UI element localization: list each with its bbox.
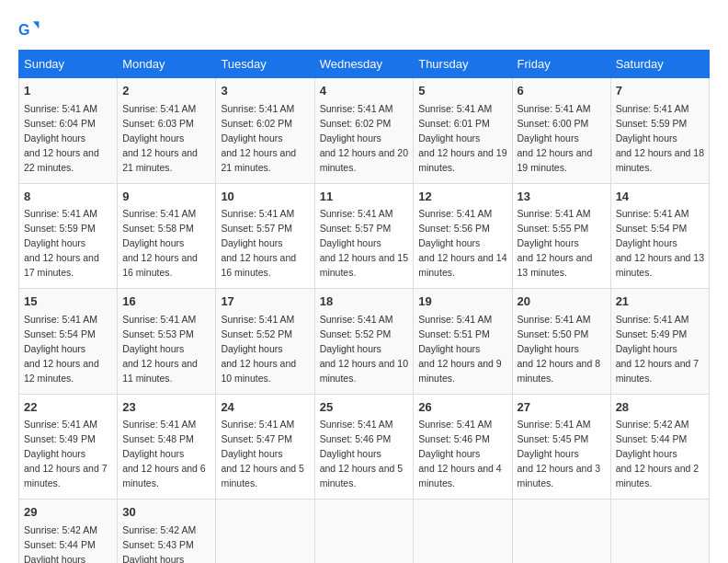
sunset-info: Sunset: 5:59 PM xyxy=(616,118,688,129)
daylight-label: Daylight hours xyxy=(418,448,480,459)
sunrise-info: Sunrise: 5:41 AM xyxy=(320,314,393,325)
daylight-value: and 12 hours and 13 minutes. xyxy=(616,252,704,278)
day-number: 11 xyxy=(320,189,409,206)
daylight-label: Daylight hours xyxy=(320,132,381,144)
daylight-label: Daylight hours xyxy=(24,237,85,248)
daylight-label: Daylight hours xyxy=(122,237,184,248)
sunset-info: Sunset: 5:57 PM xyxy=(320,223,392,234)
sunrise-info: Sunrise: 5:41 AM xyxy=(418,314,492,325)
daylight-value: and 12 hours and 16 minutes. xyxy=(122,252,198,278)
daylight-label: Daylight hours xyxy=(122,554,184,563)
calendar-week-3: 15 Sunrise: 5:41 AM Sunset: 5:54 PM Dayl… xyxy=(19,289,710,395)
day-number: 21 xyxy=(616,293,704,311)
day-number: 4 xyxy=(320,83,409,100)
daylight-label: Daylight hours xyxy=(320,448,381,459)
sunrise-info: Sunrise: 5:41 AM xyxy=(320,208,393,219)
day-number: 8 xyxy=(24,189,112,206)
sunset-info: Sunset: 5:52 PM xyxy=(221,328,292,339)
daylight-label: Daylight hours xyxy=(24,132,85,144)
daylight-label: Daylight hours xyxy=(320,343,381,354)
sunset-info: Sunset: 5:49 PM xyxy=(24,433,96,444)
sunset-info: Sunset: 5:46 PM xyxy=(418,433,490,444)
calendar-cell: 7 Sunrise: 5:41 AM Sunset: 5:59 PM Dayli… xyxy=(610,78,709,184)
calendar-cell xyxy=(414,500,512,563)
sunset-info: Sunset: 5:55 PM xyxy=(518,223,589,234)
daylight-label: Daylight hours xyxy=(221,448,282,459)
sunrise-info: Sunrise: 5:41 AM xyxy=(616,208,689,219)
sunset-info: Sunset: 5:58 PM xyxy=(122,223,194,234)
daylight-value: and 12 hours and 7 minutes. xyxy=(616,358,700,384)
daylight-label: Daylight hours xyxy=(24,343,85,354)
sunset-info: Sunset: 5:43 PM xyxy=(122,539,194,550)
day-number: 25 xyxy=(320,399,409,417)
day-number: 3 xyxy=(221,83,309,100)
daylight-value: and 12 hours and 11 minutes. xyxy=(122,358,198,384)
calendar-table: SundayMondayTuesdayWednesdayThursdayFrid… xyxy=(18,50,710,563)
day-number: 1 xyxy=(24,83,112,100)
day-number: 24 xyxy=(221,399,309,417)
header-tuesday: Tuesday xyxy=(216,51,314,78)
day-number: 17 xyxy=(221,293,309,311)
calendar-cell: 20 Sunrise: 5:41 AM Sunset: 5:50 PM Dayl… xyxy=(512,289,610,395)
daylight-value: and 12 hours and 9 minutes. xyxy=(418,358,502,384)
sunset-info: Sunset: 6:02 PM xyxy=(320,118,392,129)
sunrise-info: Sunrise: 5:41 AM xyxy=(616,314,689,325)
day-number: 10 xyxy=(221,189,309,206)
daylight-value: and 12 hours and 10 minutes. xyxy=(320,358,408,384)
sunrise-info: Sunrise: 5:41 AM xyxy=(24,419,97,430)
sunrise-info: Sunrise: 5:41 AM xyxy=(518,419,591,430)
daylight-value: and 12 hours and 21 minutes. xyxy=(221,147,296,173)
sunset-info: Sunset: 5:54 PM xyxy=(616,223,688,234)
day-number: 7 xyxy=(616,83,704,100)
sunset-info: Sunset: 5:44 PM xyxy=(616,433,688,444)
sunset-info: Sunset: 6:00 PM xyxy=(518,118,589,129)
daylight-label: Daylight hours xyxy=(320,237,381,248)
day-number: 12 xyxy=(418,189,506,206)
calendar-cell: 6 Sunrise: 5:41 AM Sunset: 6:00 PM Dayli… xyxy=(512,78,610,184)
daylight-label: Daylight hours xyxy=(518,343,579,354)
sunset-info: Sunset: 5:47 PM xyxy=(221,433,292,444)
header-monday: Monday xyxy=(118,51,216,78)
sunrise-info: Sunrise: 5:41 AM xyxy=(122,208,196,219)
calendar-cell: 3 Sunrise: 5:41 AM Sunset: 6:02 PM Dayli… xyxy=(216,78,314,184)
sunset-info: Sunset: 5:52 PM xyxy=(320,328,392,339)
calendar-cell: 1 Sunrise: 5:41 AM Sunset: 6:04 PM Dayli… xyxy=(19,78,118,184)
daylight-label: Daylight hours xyxy=(418,132,480,144)
daylight-value: and 12 hours and 10 minutes. xyxy=(221,358,296,384)
day-number: 28 xyxy=(616,399,704,417)
header-wednesday: Wednesday xyxy=(314,51,414,78)
sunrise-info: Sunrise: 5:41 AM xyxy=(122,314,196,325)
daylight-label: Daylight hours xyxy=(122,343,184,354)
calendar-cell: 8 Sunrise: 5:41 AM Sunset: 5:59 PM Dayli… xyxy=(19,183,118,289)
calendar-cell: 11 Sunrise: 5:41 AM Sunset: 5:57 PM Dayl… xyxy=(314,183,414,289)
sunrise-info: Sunrise: 5:42 AM xyxy=(122,524,196,535)
daylight-value: and 12 hours and 5 minutes. xyxy=(320,463,404,488)
header-saturday: Saturday xyxy=(610,51,709,78)
daylight-label: Daylight hours xyxy=(24,554,85,563)
calendar-cell: 17 Sunrise: 5:41 AM Sunset: 5:52 PM Dayl… xyxy=(216,289,314,395)
daylight-label: Daylight hours xyxy=(122,132,184,144)
daylight-label: Daylight hours xyxy=(24,448,85,459)
header-sunday: Sunday xyxy=(19,51,118,78)
calendar-cell: 30 Sunrise: 5:42 AM Sunset: 5:43 PM Dayl… xyxy=(118,500,216,563)
sunset-info: Sunset: 5:46 PM xyxy=(320,433,392,444)
sunset-info: Sunset: 6:02 PM xyxy=(221,118,292,129)
day-number: 18 xyxy=(320,293,409,311)
sunset-info: Sunset: 5:48 PM xyxy=(122,433,194,444)
sunrise-info: Sunrise: 5:41 AM xyxy=(24,314,97,325)
daylight-label: Daylight hours xyxy=(221,237,282,248)
calendar-week-1: 1 Sunrise: 5:41 AM Sunset: 6:04 PM Dayli… xyxy=(19,78,710,184)
sunset-info: Sunset: 5:56 PM xyxy=(418,223,490,234)
sunrise-info: Sunrise: 5:41 AM xyxy=(320,419,393,430)
day-number: 5 xyxy=(418,83,506,100)
day-number: 30 xyxy=(122,504,210,522)
sunrise-info: Sunrise: 5:41 AM xyxy=(221,208,294,219)
daylight-value: and 12 hours and 8 minutes. xyxy=(518,358,601,384)
daylight-label: Daylight hours xyxy=(616,132,677,144)
calendar-cell: 19 Sunrise: 5:41 AM Sunset: 5:51 PM Dayl… xyxy=(414,289,512,395)
sunset-info: Sunset: 5:54 PM xyxy=(24,328,96,339)
calendar-cell: 5 Sunrise: 5:41 AM Sunset: 6:01 PM Dayli… xyxy=(414,78,512,184)
svg-text:G: G xyxy=(18,22,29,38)
daylight-label: Daylight hours xyxy=(616,237,677,248)
calendar-week-2: 8 Sunrise: 5:41 AM Sunset: 5:59 PM Dayli… xyxy=(19,183,710,289)
